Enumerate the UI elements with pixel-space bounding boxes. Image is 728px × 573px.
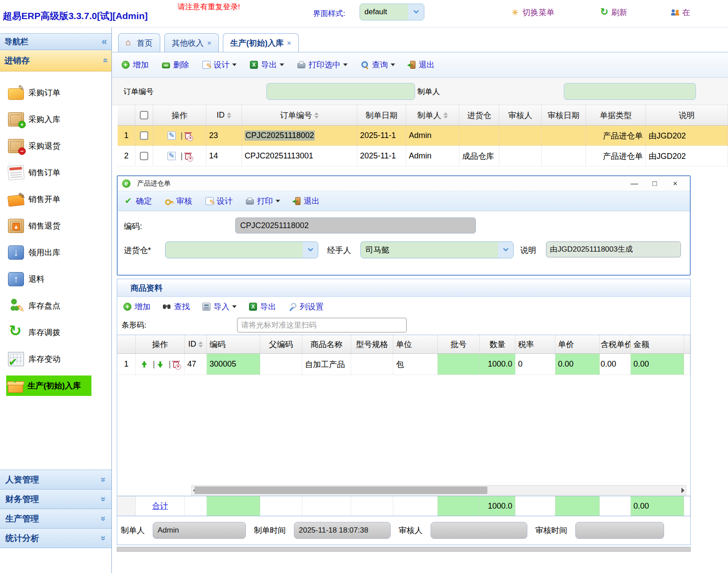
col-note[interactable]: 说明 — [646, 105, 728, 126]
col-order-no[interactable]: 订单编号 — [242, 105, 357, 126]
col-code[interactable]: 编码 — [207, 335, 260, 354]
order-no-filter-input[interactable] — [266, 83, 415, 100]
trash-icon[interactable] — [173, 362, 179, 368]
select-all-checkbox[interactable] — [140, 111, 148, 119]
collapse-sidebar-icon[interactable]: « — [102, 36, 107, 47]
minimize-icon[interactable]: — — [624, 179, 645, 188]
close-tab-icon[interactable]: × — [287, 39, 291, 47]
trash-icon[interactable] — [185, 133, 191, 139]
sidebar-item-stocktake[interactable]: 库存盘点 — [0, 292, 111, 319]
edit-icon[interactable] — [167, 131, 176, 140]
sidebar-item-stock-change[interactable]: 库存变动 — [0, 346, 111, 372]
section-production[interactable]: 生产管理 » — [0, 509, 111, 529]
section-hr[interactable]: 人资管理 » — [0, 470, 111, 490]
close-icon[interactable]: × — [665, 179, 685, 188]
sidebar-item-material-return[interactable]: 退料 — [0, 266, 111, 292]
col-id[interactable]: ID — [206, 105, 242, 126]
horizontal-scrollbar[interactable] — [191, 485, 686, 495]
sidebar-item-production-inbound[interactable]: 生产(初始)入库 — [6, 375, 91, 396]
row-checkbox[interactable] — [140, 152, 148, 160]
product-row[interactable]: 1 | | 47 300005 自加工产品 包 1000.0 0 0.00 0.… — [117, 354, 690, 375]
col-amount[interactable]: 金额 — [631, 335, 684, 354]
exit-button[interactable]: 退出 — [293, 196, 320, 206]
scroll-right-icon[interactable] — [681, 488, 684, 493]
print-selected-button[interactable]: 打印选中 — [297, 59, 348, 70]
query-button[interactable]: 查询 — [361, 59, 395, 70]
add-button[interactable]: 增加 — [122, 59, 149, 70]
chevron-down-icon[interactable] — [303, 242, 318, 258]
edit-icon[interactable] — [167, 152, 176, 160]
column-settings-button[interactable]: 列设置 — [289, 301, 324, 312]
design-button[interactable]: 设计 — [202, 59, 237, 70]
warehouse-select[interactable] — [165, 241, 318, 258]
chevron-down-icon[interactable] — [498, 242, 513, 258]
row-checkbox[interactable] — [140, 131, 148, 140]
maximize-icon[interactable]: □ — [645, 179, 665, 188]
total-link[interactable]: 合计 — [152, 501, 168, 511]
chevron-double-down-icon[interactable]: » — [99, 477, 109, 482]
barcode-input[interactable] — [237, 318, 407, 332]
sidebar-item-sales-return[interactable]: ▲ 销售退货 — [0, 213, 111, 239]
print-button[interactable]: 打印 — [246, 196, 280, 206]
handler-select[interactable]: 司马懿 — [360, 241, 514, 258]
section-statistics[interactable]: 统计分析 » — [0, 529, 111, 548]
ui-style-select[interactable]: default — [360, 4, 424, 20]
col-audit-date[interactable]: 审核日期 — [542, 105, 586, 126]
trash-icon[interactable] — [185, 154, 191, 160]
table-row[interactable]: 1 | 23 CPJC20251118002 2025-11-1 Admin 产… — [118, 126, 728, 146]
col-doc-type[interactable]: 单据类型 — [586, 105, 646, 126]
chevron-double-up-icon[interactable]: » — [99, 58, 110, 63]
chevron-double-down-icon[interactable]: » — [99, 536, 109, 541]
col-id[interactable]: ID — [185, 335, 207, 354]
sidebar-item-purchase-inbound[interactable]: + 采购入库 — [0, 106, 111, 133]
find-product-button[interactable]: 查找 — [163, 301, 190, 312]
sidebar-item-requisition-outbound[interactable]: 领用出库 — [0, 239, 111, 266]
tab-home[interactable]: 首页 — [118, 33, 160, 52]
tab-production-inbound[interactable]: 生产(初始)入库 × — [223, 33, 299, 52]
sidebar-item-stock-transfer[interactable]: 库存调拨 — [0, 319, 111, 346]
confirm-button[interactable]: 确定 — [125, 196, 152, 206]
exit-button[interactable]: 退出 — [408, 59, 435, 70]
switch-menu-button[interactable]: 切换菜单 — [511, 7, 554, 18]
col-batch[interactable]: 批号 — [438, 335, 480, 354]
chevron-down-icon[interactable] — [408, 4, 424, 20]
col-unit[interactable]: 单位 — [393, 335, 438, 354]
col-parent-code[interactable]: 父编码 — [260, 335, 302, 354]
chevron-double-down-icon[interactable]: » — [99, 497, 109, 502]
import-button[interactable]: 导入 — [202, 301, 237, 312]
col-price[interactable]: 单价 — [555, 335, 600, 354]
note-input[interactable]: 由JGD20251118003生成 — [546, 241, 681, 257]
sidebar-item-purchase-order[interactable]: 采购订单 — [0, 79, 111, 106]
design-button[interactable]: 设计 — [206, 196, 233, 206]
export-button[interactable]: 导出 — [250, 59, 284, 70]
bottom-scrollbar-strip[interactable] — [117, 547, 691, 552]
col-tax[interactable]: 税率 — [515, 335, 555, 354]
online-users-button[interactable]: 在 — [671, 7, 690, 18]
table-row[interactable]: 2 | 14 CPJC20251113001 2025-11-1 Admin 成… — [118, 146, 728, 166]
sidebar-item-purchase-return[interactable]: − 采购退货 — [0, 133, 111, 159]
refresh-button[interactable]: 刷新 — [600, 7, 627, 18]
chevron-double-down-icon[interactable]: » — [99, 516, 109, 521]
tab-other-income[interactable]: 其他收入 × — [164, 33, 219, 52]
col-tax-price[interactable]: 含税单价 — [600, 335, 631, 354]
col-maker[interactable]: 制单人 — [406, 105, 459, 126]
move-up-icon[interactable] — [140, 360, 148, 368]
sidebar-item-sales-billing[interactable]: 销售开单 — [0, 186, 111, 213]
col-op[interactable]: 操作 — [136, 335, 185, 354]
delete-button[interactable]: 删除 — [162, 59, 189, 70]
dialog-title-bar[interactable]: 产品进仓单 — □ × — [118, 176, 690, 191]
scrollbar-thumb[interactable] — [194, 486, 487, 494]
move-down-icon[interactable] — [156, 360, 164, 368]
col-make-date[interactable]: 制单日期 — [357, 105, 406, 126]
maker-filter-input[interactable] — [564, 83, 696, 100]
export-products-button[interactable]: 导出 — [249, 301, 276, 312]
audit-button[interactable]: 审核 — [165, 196, 192, 206]
col-spec[interactable]: 型号规格 — [351, 335, 393, 354]
sidebar-item-sales-order[interactable]: 销售订单 — [0, 159, 111, 186]
col-op[interactable]: 操作 — [153, 105, 206, 126]
close-tab-icon[interactable]: × — [207, 39, 211, 47]
section-inventory[interactable]: 进销存 » — [0, 50, 111, 71]
col-name[interactable]: 商品名称 — [302, 335, 351, 354]
col-warehouse[interactable]: 进货仓 — [459, 105, 499, 126]
section-finance[interactable]: 财务管理 » — [0, 490, 111, 509]
